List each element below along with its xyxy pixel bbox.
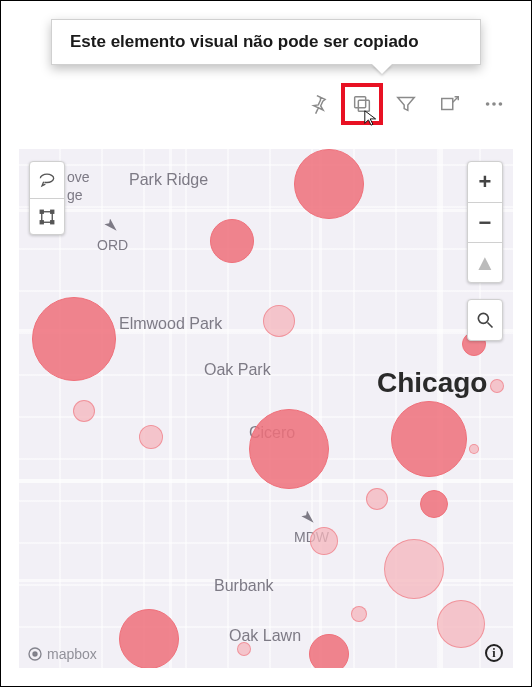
- data-bubble[interactable]: [32, 297, 116, 381]
- svg-point-4: [486, 102, 490, 106]
- more-options-icon[interactable]: [479, 89, 509, 119]
- map-search-button[interactable]: [468, 300, 502, 340]
- reset-north-button[interactable]: ▲: [468, 242, 502, 282]
- visual-toolbar: [303, 89, 509, 119]
- data-bubble[interactable]: [420, 490, 448, 518]
- map-label: ove: [67, 169, 90, 185]
- map-search-control: [467, 299, 503, 341]
- info-glyph: i: [492, 646, 495, 661]
- data-bubble[interactable]: [249, 409, 329, 489]
- svg-rect-1: [355, 97, 366, 108]
- data-bubble[interactable]: [210, 219, 254, 263]
- data-bubble[interactable]: [469, 444, 479, 454]
- data-bubble[interactable]: [437, 600, 485, 648]
- data-bubble[interactable]: [384, 539, 444, 599]
- map-label: ge: [67, 187, 83, 203]
- svg-rect-2: [442, 99, 453, 110]
- svg-line-3: [453, 97, 459, 103]
- data-bubble[interactable]: [391, 401, 467, 477]
- zoom-in-button[interactable]: +: [468, 162, 502, 202]
- svg-rect-8: [40, 210, 43, 213]
- zoom-out-button[interactable]: −: [468, 202, 502, 242]
- data-bubble[interactable]: [309, 634, 349, 668]
- svg-rect-0: [358, 100, 369, 111]
- map-nav-box: [29, 161, 65, 235]
- map-label: Elmwood Park: [119, 315, 222, 333]
- map-label: Oak Park: [204, 361, 271, 379]
- map-zoom-controls: + − ▲: [467, 161, 503, 283]
- map-label-chicago: Chicago: [377, 367, 487, 399]
- svg-rect-11: [51, 220, 54, 223]
- map-visual[interactable]: ove ge Park Ridge Elmwood Park Oak Park …: [19, 149, 513, 668]
- svg-point-5: [492, 102, 496, 106]
- airport-code: ORD: [97, 237, 128, 253]
- data-bubble[interactable]: [263, 305, 295, 337]
- tooltip-text: Este elemento visual não pode ser copiad…: [70, 32, 419, 51]
- mapbox-attribution[interactable]: mapbox: [27, 646, 97, 662]
- svg-point-15: [33, 652, 37, 656]
- filter-icon[interactable]: [391, 89, 421, 119]
- map-info-button[interactable]: i: [485, 644, 503, 662]
- tooltip: Este elemento visual não pode ser copiad…: [51, 19, 481, 65]
- svg-point-12: [478, 313, 488, 323]
- lasso-select-icon[interactable]: [30, 162, 64, 198]
- data-bubble[interactable]: [490, 379, 504, 393]
- copy-icon[interactable]: [347, 89, 377, 119]
- attribution-text: mapbox: [47, 646, 97, 662]
- pin-icon[interactable]: [303, 89, 333, 119]
- data-bubble[interactable]: [294, 149, 364, 219]
- svg-rect-10: [40, 220, 43, 223]
- data-bubble[interactable]: [73, 400, 95, 422]
- airport-ord: ORD: [97, 219, 125, 253]
- data-bubble[interactable]: [366, 488, 388, 510]
- map-label: Park Ridge: [129, 171, 208, 189]
- data-bubble[interactable]: [237, 642, 251, 656]
- svg-point-6: [499, 102, 503, 106]
- map-label: Burbank: [214, 577, 274, 595]
- data-bubble[interactable]: [139, 425, 163, 449]
- svg-line-13: [488, 323, 493, 328]
- rectangle-select-icon[interactable]: [30, 198, 64, 234]
- svg-rect-9: [51, 210, 54, 213]
- data-bubble[interactable]: [310, 527, 338, 555]
- data-bubble[interactable]: [351, 606, 367, 622]
- data-bubble[interactable]: [119, 609, 179, 668]
- focus-mode-icon[interactable]: [435, 89, 465, 119]
